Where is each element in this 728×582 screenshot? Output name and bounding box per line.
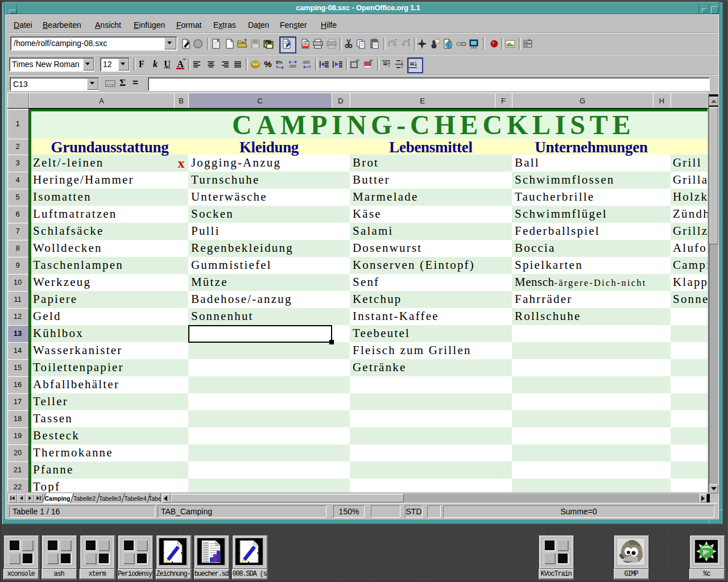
svg-text:.000: .000 <box>302 60 310 64</box>
svg-text:$%: $% <box>276 60 283 65</box>
svg-text:.000: .000 <box>288 64 296 68</box>
